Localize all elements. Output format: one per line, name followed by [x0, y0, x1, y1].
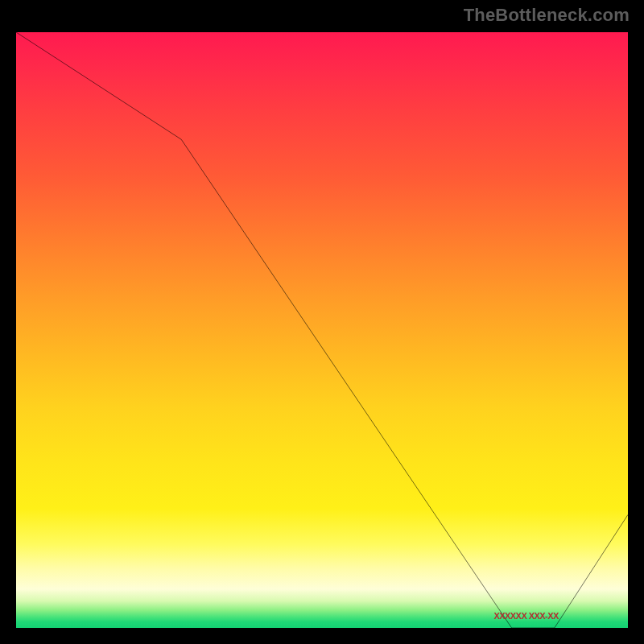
series-label: XXXXXX XXX-XX — [494, 612, 559, 621]
line-series-svg — [16, 32, 628, 628]
plot-frame: XXXXXX XXX-XX — [11, 27, 633, 633]
watermark-text: TheBottleneck.com — [464, 5, 630, 26]
chart-container: TheBottleneck.com XXXXXX XXX-XX — [0, 0, 644, 644]
series-line — [16, 32, 628, 628]
